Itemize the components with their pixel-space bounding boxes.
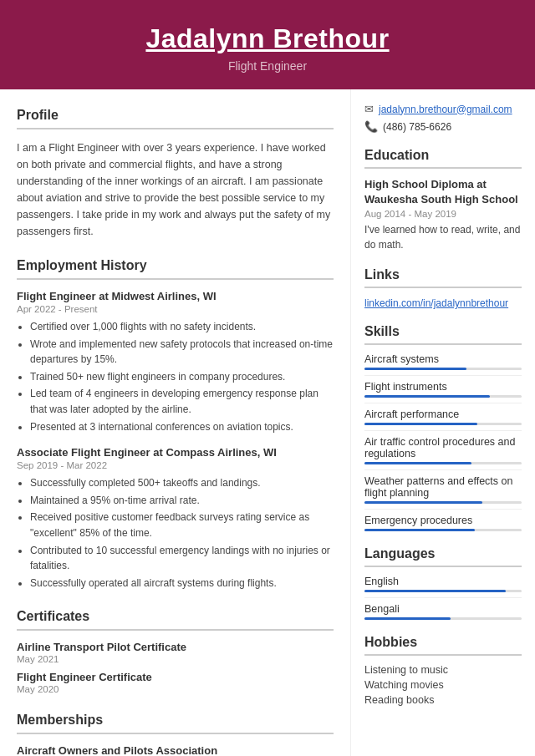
skill-bar-fill-0 [364, 368, 466, 370]
skill-bar-fill-4 [364, 501, 482, 504]
phone-number: (486) 785-6626 [383, 121, 451, 133]
lang-divider-0 [364, 597, 522, 598]
links-section: Links linkedin.com/in/jadalynnbrethour [364, 267, 522, 309]
skill-name-0: Aircraft systems [364, 353, 522, 365]
job-bullet: Presented at 3 international conferences… [30, 419, 334, 435]
profile-text: I am a Flight Engineer with over 3 years… [17, 140, 334, 240]
lang-row-0: English [364, 576, 522, 592]
job-bullet: Successfully operated all aircraft syste… [30, 576, 334, 591]
hobbies-divider [364, 654, 522, 656]
lang-bar-bg-1 [364, 617, 522, 620]
job-title-2: Associate Flight Engineer at Compass Air… [17, 446, 334, 459]
candidate-title: Flight Engineer [17, 59, 518, 73]
page-body: Profile I am a Flight Engineer with over… [0, 89, 535, 756]
hobbies-section: Hobbies Listening to music Watching movi… [364, 635, 522, 706]
skill-bar-bg-0 [364, 368, 522, 370]
profile-title: Profile [17, 108, 334, 123]
cert-block-2: Flight Engineer Certificate May 2020 [17, 671, 334, 694]
employment-section: Employment History Flight Engineer at Mi… [17, 258, 334, 591]
job-date-1: Apr 2022 - Present [17, 304, 334, 314]
skill-name-2: Aircraft performance [364, 408, 522, 420]
job-bullet: Trained 50+ new flight engineers in comp… [30, 369, 334, 385]
email-link[interactable]: jadalynn.brethour@gmail.com [379, 104, 512, 115]
skill-bar-bg-1 [364, 395, 522, 398]
skill-row-0: Aircraft systems [364, 353, 522, 370]
memberships-divider [17, 733, 334, 734]
job-bullet: Certified over 1,000 flights with no saf… [30, 319, 334, 335]
hobby-0: Listening to music [364, 664, 522, 676]
hobbies-title: Hobbies [364, 635, 522, 650]
lang-bar-bg-0 [364, 590, 522, 592]
email-icon: ✉ [364, 103, 374, 115]
skill-divider-3 [364, 469, 522, 470]
skill-name-3: Air traffic control procedures and regul… [364, 436, 522, 459]
skill-name-1: Flight instruments [364, 381, 522, 393]
skill-bar-bg-5 [364, 529, 522, 531]
job-block-1: Flight Engineer at Midwest Airlines, WI … [17, 290, 334, 434]
phone-icon: 📞 [364, 120, 378, 133]
job-title-1: Flight Engineer at Midwest Airlines, WI [17, 290, 334, 302]
skill-row-3: Air traffic control procedures and regul… [364, 436, 522, 464]
left-column: Profile I am a Flight Engineer with over… [0, 89, 351, 756]
job-bullet: Wrote and implemented new safety protoco… [30, 337, 334, 368]
cert-date-1: May 2021 [17, 654, 334, 664]
skills-title: Skills [364, 324, 522, 339]
memberships-title: Memberships [17, 713, 334, 728]
job-date-2: Sep 2019 - Mar 2022 [17, 460, 334, 470]
cert-name-2: Flight Engineer Certificate [17, 671, 334, 683]
skill-row-2: Aircraft performance [364, 408, 522, 425]
phone-row: 📞 (486) 785-6626 [364, 120, 522, 133]
candidate-name: Jadalynn Brethour [17, 23, 518, 54]
job-bullet: Contributed to 10 successful emergency l… [30, 543, 334, 574]
skill-name-4: Weather patterns and effects on flight p… [364, 475, 522, 499]
email-row: ✉ jadalynn.brethour@gmail.com [364, 103, 522, 115]
education-section: Education High School Diploma at Waukesh… [364, 148, 522, 252]
job-bullet: Received positive customer feedback surv… [30, 510, 334, 540]
job-block-2: Associate Flight Engineer at Compass Air… [17, 446, 334, 591]
certificates-divider [17, 629, 334, 631]
memberships-section: Memberships Aircraft Owners and Pilots A… [17, 713, 334, 756]
links-title: Links [364, 267, 522, 282]
skill-bar-bg-2 [364, 423, 522, 425]
contact-section: ✉ jadalynn.brethour@gmail.com 📞 (486) 78… [364, 103, 522, 133]
edu-date: Aug 2014 - May 2019 [364, 209, 522, 219]
skill-row-5: Emergency procedures [364, 515, 522, 531]
membership-1: Aircraft Owners and Pilots Association [17, 744, 334, 756]
job-bullets-1: Certified over 1,000 flights with no saf… [17, 319, 334, 434]
job-bullets-2: Successfully completed 500+ takeoffs and… [17, 475, 334, 591]
right-column: ✉ jadalynn.brethour@gmail.com 📞 (486) 78… [351, 89, 535, 756]
links-divider [364, 287, 522, 288]
page-header: Jadalynn Brethour Flight Engineer [0, 0, 535, 89]
skill-bar-bg-4 [364, 501, 522, 504]
skill-bar-bg-3 [364, 462, 522, 464]
job-bullet: Led team of 4 engineers in developing em… [30, 386, 334, 417]
cert-block-1: Airline Transport Pilot Certificate May … [17, 641, 334, 664]
job-bullet: Successfully completed 500+ takeoffs and… [30, 475, 334, 491]
linkedin-link[interactable]: linkedin.com/in/jadalynnbrethour [364, 297, 508, 309]
employment-divider [17, 278, 334, 280]
profile-section: Profile I am a Flight Engineer with over… [17, 108, 334, 240]
languages-section: Languages English Bengali [364, 546, 522, 620]
certificates-title: Certificates [17, 609, 334, 624]
lang-bar-fill-0 [364, 590, 506, 592]
skill-row-4: Weather patterns and effects on flight p… [364, 475, 522, 504]
lang-bar-fill-1 [364, 617, 451, 620]
education-title: Education [364, 148, 522, 163]
skill-divider-4 [364, 509, 522, 510]
lang-row-1: Bengali [364, 603, 522, 620]
edu-desc: I've learned how to read, write, and do … [364, 222, 522, 252]
employment-title: Employment History [17, 258, 334, 273]
languages-title: Languages [364, 546, 522, 561]
profile-divider [17, 128, 334, 129]
certificates-section: Certificates Airline Transport Pilot Cer… [17, 609, 334, 694]
cert-name-1: Airline Transport Pilot Certificate [17, 641, 334, 653]
skill-row-1: Flight instruments [364, 381, 522, 398]
skills-divider [364, 343, 522, 345]
hobby-1: Watching movies [364, 679, 522, 691]
skill-divider-0 [364, 375, 522, 376]
skill-name-5: Emergency procedures [364, 515, 522, 526]
skill-divider-1 [364, 403, 522, 403]
job-bullet: Maintained a 95% on-time arrival rate. [30, 493, 334, 509]
skill-bar-fill-5 [364, 529, 475, 531]
skill-bar-fill-2 [364, 423, 477, 425]
